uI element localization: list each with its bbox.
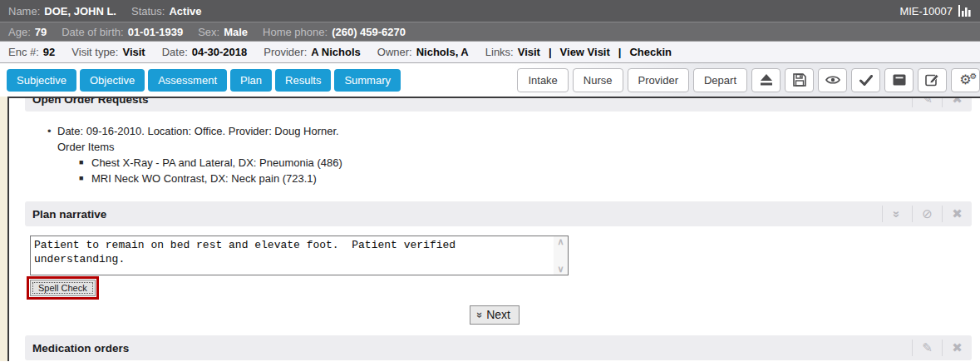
phone-value: (260) 459-6270 (332, 26, 406, 38)
close-section-icon[interactable]: ✖ (942, 97, 972, 107)
link-separator: | (618, 46, 622, 58)
section-title: Plan narrative (25, 208, 106, 221)
order-summary: Date: 09-16-2010. Location: Office. Prov… (57, 123, 339, 139)
eject-icon (760, 74, 773, 86)
link-checkin[interactable]: Checkin (629, 46, 672, 58)
sex-value: Male (224, 26, 248, 38)
next-button-label: Next (486, 308, 510, 321)
bullet-dot: • (47, 123, 57, 139)
patient-name-field: Name: DOE, JOHN L. (8, 5, 116, 17)
chart-bars-icon[interactable] (958, 5, 972, 17)
date-label: Date: (162, 46, 188, 58)
page-left-margin (0, 97, 7, 361)
plan-narrative-textarea[interactable]: Patient to remain on bed rest and elevat… (30, 236, 569, 275)
provider-button[interactable]: Provider (628, 68, 689, 92)
age-value: 79 (35, 26, 47, 38)
owner-label: Owner: (377, 46, 412, 58)
chart-toolbar: Subjective Objective Assessment Plan Res… (0, 63, 980, 97)
collapse-section-icon[interactable]: » (882, 206, 912, 222)
nurse-button[interactable]: Nurse (573, 68, 623, 92)
save-icon (793, 73, 806, 87)
visit-type-label: Visit type: (71, 46, 118, 58)
chart-nav-tabs: Subjective Objective Assessment Plan Res… (7, 69, 401, 92)
system-id: MIE-10007 (899, 5, 953, 17)
check-button[interactable] (851, 68, 880, 92)
depart-button[interactable]: Depart (693, 68, 747, 92)
open-order-list: • Date: 09-16-2010. Location: Office. Pr… (9, 112, 980, 201)
settings-gears-icon: ⚙⚙ (958, 72, 973, 87)
bullet-square: ■ (79, 155, 91, 171)
tab-objective[interactable]: Objective (80, 69, 145, 92)
view-button[interactable] (818, 68, 847, 92)
system-id-area: MIE-10007 (899, 5, 972, 17)
enc-value: 92 (43, 46, 55, 58)
dob-label: Date of birth: (62, 26, 123, 38)
order-item: MRI Neck WO Contrast, DX: Neck pain (723… (91, 171, 317, 186)
disable-section-icon[interactable]: ⊘ (912, 206, 942, 222)
edit-button[interactable] (918, 68, 947, 92)
archive-icon (893, 74, 906, 86)
check-icon (859, 75, 873, 86)
link-visit[interactable]: Visit (518, 46, 540, 58)
section-medication-orders: Medication orders ✎ ✖ (25, 335, 972, 360)
section-plan-narrative: Plan narrative » ⊘ ✖ (25, 201, 972, 226)
highlight-box: Spell Check (27, 276, 99, 300)
tab-summary[interactable]: Summary (334, 69, 401, 92)
enc-label: Enc #: (8, 46, 39, 58)
plan-narrative-text[interactable]: Patient to remain on bed rest and elevat… (31, 236, 554, 275)
edit-section-icon[interactable]: ✎ (912, 97, 942, 107)
provider-value: A Nichols (311, 46, 360, 58)
owner-value: Nichols, A (416, 46, 469, 58)
content-frame: Open Order Requests ✎ ✖ • Date: 09-16-20… (0, 97, 980, 361)
edit-icon (925, 73, 939, 87)
settings-button[interactable]: ⚙⚙ (951, 68, 980, 92)
role-buttons: Intake Nurse Provider Depart (517, 68, 747, 92)
patient-title-bar: Name: DOE, JOHN L. Status: Active MIE-10… (0, 0, 980, 22)
save-button[interactable] (785, 68, 814, 92)
links-label: Links: (485, 46, 514, 58)
intake-button[interactable]: Intake (517, 68, 568, 92)
close-section-icon[interactable]: ✖ (942, 206, 972, 222)
scroll-down-icon[interactable]: ∨ (557, 265, 564, 274)
dob-value: 01-01-1939 (128, 26, 184, 38)
age-label: Age: (8, 26, 31, 38)
section-title: Medication orders (25, 342, 129, 355)
double-chevron-down-icon: » (474, 312, 486, 318)
demographics-bar: Age: 79 Date of birth: 01-01-1939 Sex: M… (0, 22, 980, 42)
tab-results[interactable]: Results (275, 69, 331, 92)
eject-button[interactable] (751, 68, 781, 92)
section-open-order-requests: Open Order Requests ✎ ✖ (25, 97, 972, 112)
eye-icon (825, 75, 840, 85)
sex-label: Sex: (198, 26, 219, 38)
link-separator: | (549, 46, 552, 58)
tab-subjective[interactable]: Subjective (7, 69, 76, 92)
edit-section-icon[interactable]: ✎ (912, 340, 942, 356)
plan-content-panel: Open Order Requests ✎ ✖ • Date: 09-16-20… (7, 97, 980, 361)
date-value: 04-30-2018 (192, 46, 248, 58)
status-label: Status: (131, 5, 165, 17)
patient-status-field: Status: Active (131, 5, 202, 17)
textarea-scrollbar[interactable]: ∧ ∨ (554, 236, 568, 275)
phone-label: Home phone: (263, 26, 327, 38)
order-items-label: Order Items (57, 139, 980, 155)
patient-name: DOE, JOHN L. (44, 5, 116, 17)
section-title: Open Order Requests (25, 97, 149, 106)
order-item: Chest X-Ray - PA and Lateral, DX: Pneumo… (91, 155, 342, 171)
next-button[interactable]: »Next (470, 305, 520, 325)
provider-label: Provider: (263, 46, 307, 58)
scroll-up-icon[interactable]: ∧ (557, 237, 564, 246)
close-section-icon[interactable]: ✖ (942, 340, 972, 356)
visit-type-value: Visit (122, 46, 145, 58)
encounter-bar: Enc #: 92 Visit type: Visit Date: 04-30-… (0, 42, 980, 63)
tab-assessment[interactable]: Assessment (148, 69, 227, 92)
status-value: Active (169, 5, 201, 17)
tab-plan[interactable]: Plan (230, 69, 272, 92)
name-label: Name: (8, 5, 40, 17)
link-view-visit[interactable]: View Visit (560, 46, 610, 58)
spell-check-button[interactable]: Spell Check (30, 280, 96, 296)
bullet-square: ■ (79, 171, 91, 186)
icon-buttons: ⚙⚙ (751, 68, 980, 92)
archive-button[interactable] (884, 68, 914, 92)
